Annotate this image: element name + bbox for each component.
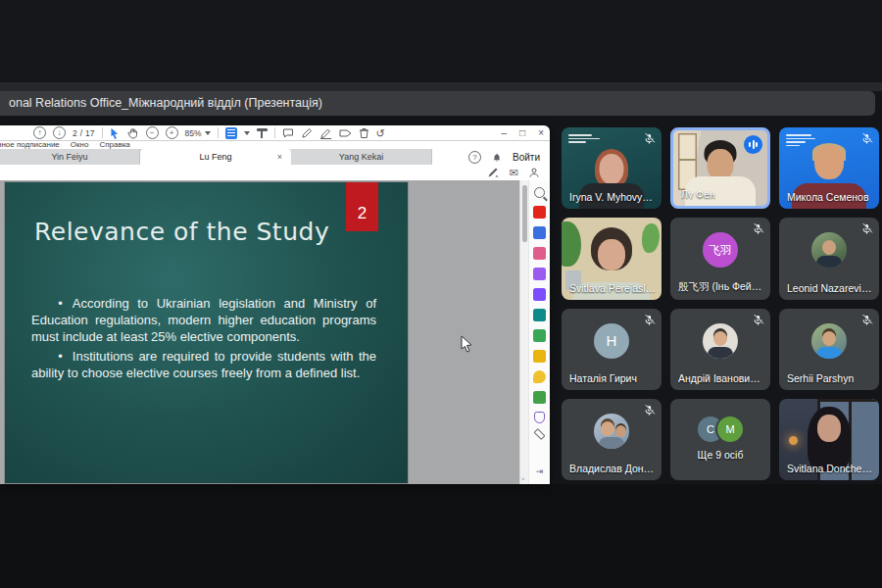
- highlighter-tool-icon[interactable]: [319, 127, 332, 139]
- slide-title: Relevance of the Study: [34, 218, 329, 246]
- tab-close-icon[interactable]: ×: [277, 152, 282, 162]
- zoom-in-button[interactable]: +: [166, 126, 178, 139]
- next-page-button[interactable]: ↓: [53, 126, 66, 139]
- menu-item-help[interactable]: Справка: [99, 140, 129, 149]
- tab-label: Yang Kekai: [339, 152, 383, 162]
- mic-off-icon: [860, 222, 873, 235]
- participant-tile-overflow[interactable]: C M Ще 9 осіб: [670, 399, 770, 480]
- minimize-button[interactable]: –: [502, 126, 508, 139]
- participant-name: Лу Фен: [681, 188, 715, 200]
- participant-tile-lufeng-speaking[interactable]: Лу Фен: [670, 127, 770, 209]
- page-number-indicator[interactable]: 2 / 17: [73, 128, 95, 138]
- participant-tile-iryna[interactable]: Iryna V. Myhovy…: [562, 127, 662, 209]
- participant-tile-natalia[interactable]: Н Наталія Гирич: [562, 309, 662, 390]
- avatar: M: [717, 416, 743, 442]
- menu-item-window[interactable]: Окно: [71, 140, 89, 149]
- hand-tool-icon[interactable]: [127, 127, 139, 139]
- vertical-scrollbar[interactable]: ˅: [519, 180, 528, 484]
- current-page: 2: [73, 128, 77, 138]
- participant-tile-leonid[interactable]: Leonid Nazarevi…: [779, 218, 879, 299]
- rail-measure-icon[interactable]: [533, 428, 545, 440]
- acrobat-window: – □ × нное подписание Окно Справка Yin F…: [0, 125, 550, 484]
- account-person-icon[interactable]: [528, 167, 540, 178]
- participant-name: Наталія Гирич: [569, 372, 637, 384]
- stamp-tool-icon[interactable]: [339, 127, 352, 139]
- background-plant: [642, 223, 660, 253]
- participant-tile-vladyslav[interactable]: Владислав Дон…: [562, 399, 662, 480]
- rail-comments-icon[interactable]: [533, 370, 546, 383]
- zoom-out-button[interactable]: −: [146, 126, 159, 139]
- participant-tile-serhii[interactable]: Serhii Parshyn: [779, 309, 879, 390]
- maximize-button[interactable]: □: [519, 126, 525, 139]
- previous-page-button[interactable]: ↑: [33, 126, 46, 139]
- avatar: 飞羽: [703, 232, 738, 268]
- rail-combine-files-icon[interactable]: [533, 247, 546, 260]
- zoom-level: 85%: [185, 128, 202, 138]
- participant-name: Leonid Nazarevi…: [787, 282, 871, 294]
- divider: [218, 127, 219, 138]
- rail-protect-icon[interactable]: [534, 412, 545, 423]
- sign-pen-icon[interactable]: [487, 167, 500, 178]
- participant-tile-andrii[interactable]: Андрій Іванови…: [670, 309, 770, 390]
- mic-off-icon: [643, 132, 656, 145]
- participant-tile-svitlava[interactable]: Svitlava Perejasl…: [562, 218, 662, 299]
- speaking-audio-icon: [744, 135, 762, 154]
- slide-bullet-2: •Institutions are required to provide st…: [31, 349, 376, 382]
- chevron-down-icon[interactable]: [244, 131, 250, 135]
- page-display-button[interactable]: [225, 127, 237, 139]
- tab-lu-feng[interactable]: Lu Feng ×: [140, 149, 291, 165]
- mic-off-icon: [752, 314, 764, 326]
- rail-fill-and-sign-icon[interactable]: [533, 288, 546, 301]
- rail-export-pdf-icon[interactable]: [533, 206, 546, 219]
- chevron-down-icon: [205, 131, 211, 135]
- mic-off-icon: [752, 222, 764, 235]
- rail-create-pdf-icon[interactable]: [533, 226, 546, 239]
- undo-icon[interactable]: ↺: [376, 126, 385, 140]
- participant-name: Микола Семенов: [787, 191, 869, 203]
- tab-yin-feiyu[interactable]: Yin Feiyu: [0, 149, 140, 165]
- pencil-tool-icon[interactable]: [301, 127, 313, 139]
- participant-tile-mykola[interactable]: Микола Семенов: [779, 127, 879, 209]
- slide-page: 2 Relevance of the Study •According to U…: [5, 182, 408, 483]
- tab-yang-kekai[interactable]: Yang Kekai: [291, 149, 432, 165]
- rail-collapse-icon[interactable]: ⇥: [536, 466, 544, 476]
- background-plant: [562, 221, 581, 267]
- page-separator: /: [80, 128, 82, 138]
- trash-tool-icon[interactable]: [359, 127, 369, 139]
- background-lamp: [789, 436, 798, 445]
- help-icon[interactable]: ?: [468, 151, 481, 164]
- divider: [102, 127, 103, 138]
- more-participants-label: Ще 9 осіб: [698, 449, 744, 461]
- tab-label: Lu Feng: [199, 152, 231, 162]
- sign-in-button[interactable]: Войти: [513, 152, 540, 163]
- rail-edit-pdf-icon[interactable]: [533, 350, 546, 363]
- slide-bullet-1: •According to Ukrainian legislation and …: [31, 296, 376, 346]
- participant-name: 殷飞羽 (Інь Фей…: [678, 280, 761, 294]
- meet-background-strip: [0, 82, 882, 91]
- avatar-stack: C M: [698, 416, 743, 443]
- close-button[interactable]: ×: [538, 126, 544, 139]
- share-email-icon[interactable]: ✉: [510, 166, 518, 179]
- rail-compress-pdf-icon[interactable]: [533, 329, 546, 342]
- virtual-bg-text: [786, 134, 815, 146]
- zoom-level-dropdown[interactable]: 85%: [185, 128, 211, 138]
- notifications-bell-icon[interactable]: [492, 152, 502, 163]
- scrollbar-thumb[interactable]: [522, 185, 527, 242]
- participant-tile-svitlana[interactable]: Svitlana Donche…: [779, 399, 879, 480]
- menu-item-esign[interactable]: нное подписание: [0, 140, 60, 149]
- rail-organize-pages-icon[interactable]: [533, 268, 546, 280]
- virtual-bg-text: [568, 134, 600, 143]
- rail-export-convert-icon[interactable]: [533, 309, 546, 321]
- tools-rail: ⇥: [528, 180, 550, 484]
- mic-off-icon: [643, 404, 656, 416]
- rail-print-production-icon[interactable]: [533, 391, 546, 404]
- scroll-down-icon[interactable]: ˅: [521, 476, 525, 482]
- participants-grid: Iryna V. Myhovy… Лу Фен Микола Семенов S…: [562, 127, 879, 480]
- comment-tool-icon[interactable]: [282, 127, 294, 139]
- presenter-mode-icon[interactable]: [257, 127, 268, 138]
- participant-name: Андрій Іванови…: [678, 372, 760, 384]
- select-tool-icon[interactable]: [110, 127, 121, 139]
- participant-tile-feiyu[interactable]: 飞羽 殷飞羽 (Інь Фей…: [670, 218, 770, 299]
- divider: [274, 127, 275, 138]
- rail-search-icon[interactable]: [534, 187, 545, 198]
